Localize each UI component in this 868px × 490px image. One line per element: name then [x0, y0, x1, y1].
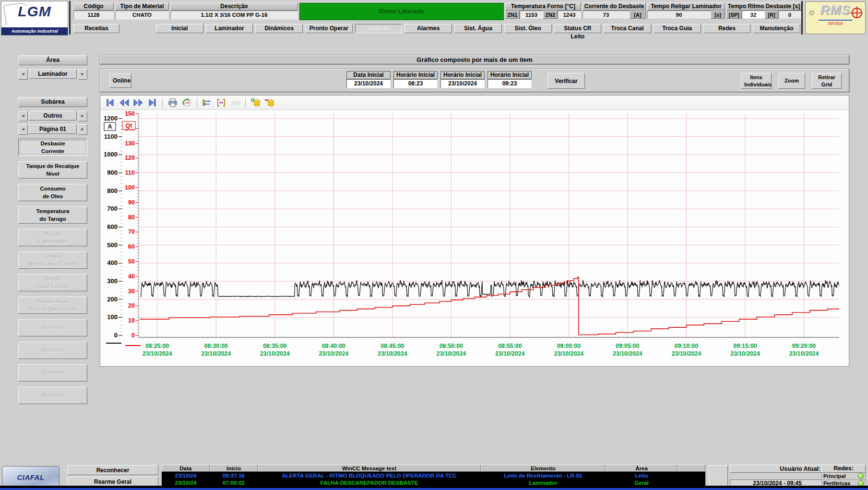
time-range-select-icon[interactable]	[202, 98, 213, 108]
sidebar-button-tempo-5: Tempo Necessário Cursor	[18, 251, 87, 269]
area-header: Área	[18, 55, 87, 65]
svg-text:08:50:00: 08:50:00	[440, 343, 463, 349]
header-fields: Código 1128 Tipo de Material CHATO Descr…	[73, 2, 801, 22]
itens-individuais-button[interactable]: Itens Individuais	[741, 73, 772, 89]
page-prev-icon[interactable]: ◄	[18, 124, 28, 135]
toolbar-separator	[245, 98, 246, 108]
toolbar-separator	[162, 98, 163, 108]
gear-icon: ⚙	[809, 9, 815, 17]
print-icon[interactable]	[167, 98, 178, 108]
redes-rows: PrincipalPeriféricas	[821, 473, 866, 487]
nav-tab-troca-guia[interactable]: Troca Guia	[654, 24, 701, 33]
page-value: Página 01	[29, 124, 77, 134]
sidebar-buttons: Desbaste CorrenteTanque de Recalque Níve…	[18, 139, 87, 404]
first-record-icon[interactable]	[105, 98, 116, 108]
control-field-0: Data Inicial23/10/2024	[346, 71, 391, 88]
svg-text:1200: 1200	[104, 115, 118, 122]
fast-forward-icon[interactable]	[133, 98, 143, 108]
svg-text:09:15:00: 09:15:00	[733, 343, 757, 349]
nav-tab-redes[interactable]: Redes	[703, 24, 751, 33]
nav-tab-manutencao[interactable]: Manutenção	[753, 24, 800, 33]
verificar-button[interactable]: Verificar	[547, 73, 585, 89]
svg-text:ƒ(x): ƒ(x)	[231, 100, 240, 106]
current-user-label: Usuário Atual:	[730, 465, 825, 473]
svg-text:23/10/2024: 23/10/2024	[730, 350, 760, 357]
alarm-row-0[interactable]: 23/10/2409:37:16ALERTA GERAL - RITMO BLO…	[162, 472, 705, 479]
rearme-geral-button[interactable]: Rearme Geral	[67, 477, 158, 487]
trend-widget: ƒ(x) 01002003004005006007008009001000110…	[100, 95, 849, 367]
svg-text:700: 700	[107, 205, 118, 212]
nav-tab-inicial[interactable]: Inicial	[156, 24, 203, 33]
nav-tab-receitas[interactable]: Receitas	[73, 24, 119, 33]
ciafal-logo: CIAFAL	[2, 466, 59, 488]
remove-archive-icon[interactable]	[264, 98, 275, 108]
control-field-value-1[interactable]: 08:23	[393, 79, 438, 88]
svg-text:08:45:00: 08:45:00	[380, 343, 404, 349]
svg-text:150: 150	[125, 110, 135, 117]
alarm-col-elemento: Elemento	[481, 465, 606, 472]
svg-text:09:00:00: 09:00:00	[557, 343, 581, 349]
svg-text:130: 130	[125, 140, 135, 147]
value-range-select-icon[interactable]	[216, 98, 226, 108]
field-tempo-religar: Tempo Religar Laminador 90 [s]	[647, 2, 725, 22]
nav-tab-graficos[interactable]: Gráficos	[355, 24, 403, 33]
redes-label: Redes:	[821, 465, 866, 473]
control-field-2: Horário Inicial23/10/2024	[440, 71, 485, 88]
rms-sub: service	[819, 20, 852, 26]
nav-tab-troca-canal[interactable]: Troca Canal	[604, 24, 651, 33]
ritmo-sp-input[interactable]: 32	[742, 11, 765, 19]
footer-blank-button[interactable]	[709, 465, 728, 487]
area-next-icon[interactable]: ►	[78, 69, 87, 80]
nav-tab-pronto-operar[interactable]: Pronto Operar	[305, 24, 353, 33]
subarea-prev-icon[interactable]: ◄	[18, 111, 28, 121]
sidebar-button-temperatura-3[interactable]: Temperatura do Tarugo	[18, 206, 87, 224]
svg-text:23/10/2024: 23/10/2024	[613, 350, 642, 357]
corrente-value: 73	[583, 11, 630, 19]
svg-text:0: 0	[131, 332, 135, 339]
control-fields: Data Inicial23/10/2024Horário Inicial08:…	[346, 71, 532, 88]
svg-text:80: 80	[128, 214, 135, 221]
online-button[interactable]: Online	[109, 73, 131, 88]
nav-tab-laminador[interactable]: Laminador	[206, 24, 253, 33]
field-tipo-material: Tipo de Material CHATO	[115, 2, 169, 22]
control-field-1: Horário Inicial08:23	[393, 71, 438, 88]
retirar-grid-button[interactable]: Retirar Grid	[812, 73, 842, 89]
forno-label: Temperatura Forno [°C]	[505, 2, 581, 11]
reconhecer-button[interactable]: Reconhecer	[67, 465, 158, 475]
alarm-table[interactable]: DataInícioWinCC Message textElementoÁrea…	[162, 465, 705, 488]
control-field-label-2: Horário Inicial	[440, 71, 485, 79]
nav-tab-sist-agua[interactable]: Sist. Água	[454, 24, 502, 33]
lgm-tagline: Automação Industrial	[1, 27, 68, 35]
sidebar-button-tanque-de-recalque-1[interactable]: Tanque de Recalque Nível	[18, 161, 87, 179]
nav-tab-dinamicos[interactable]: Dinâmicos	[255, 24, 303, 33]
svg-text:600: 600	[107, 223, 118, 230]
sidebar-button-consumo-2[interactable]: Consumo de Oleo	[18, 184, 87, 201]
svg-text:300: 300	[107, 277, 118, 285]
nav-tab-status-cr-leito[interactable]: Status CR Leito	[554, 24, 602, 33]
svg-text:50: 50	[128, 258, 135, 265]
add-archive-icon[interactable]	[250, 98, 261, 108]
rewind-icon[interactable]	[119, 98, 130, 108]
sidebar-button-desbaste-0[interactable]: Desbaste Corrente	[18, 139, 87, 156]
control-field-value-0[interactable]: 23/10/2024	[346, 79, 391, 88]
sidebar-button-pecas-4: Peças Laminadas	[18, 229, 87, 246]
page-next-icon[interactable]: ►	[78, 124, 87, 135]
zn1-tag: ZN1	[505, 11, 520, 19]
export-chart-icon[interactable]	[181, 98, 192, 108]
control-field-value-3[interactable]: 09:23	[488, 79, 532, 88]
nav-tab-alarmes[interactable]: Alarmes	[404, 24, 452, 33]
last-record-icon[interactable]	[147, 98, 157, 108]
alarm-headers: DataInícioWinCC Message textElementoÁrea	[162, 465, 705, 472]
control-field-value-2[interactable]: 23/10/2024	[440, 79, 485, 88]
svg-text:70: 70	[128, 228, 135, 235]
zoom-button[interactable]: Zoom	[778, 73, 805, 89]
field-tempo-ritmo: Tempo Ritmo Desbaste [s] [SP] 32 [R] 0	[726, 2, 801, 22]
religar-value: 90	[647, 11, 711, 19]
area-prev-icon[interactable]: ◄	[18, 69, 28, 80]
nav-tab-sist-oleo[interactable]: Sist. Óleo	[504, 24, 552, 33]
svg-text:800: 800	[107, 187, 118, 194]
subarea-next-icon[interactable]: ►	[78, 111, 87, 121]
page-selector: ◄ Página 01 ►	[18, 124, 87, 134]
redes-row-label: Principal	[823, 473, 845, 479]
nav-buttons: InicialLaminadorDinâmicosPronto OperarGr…	[156, 24, 800, 34]
